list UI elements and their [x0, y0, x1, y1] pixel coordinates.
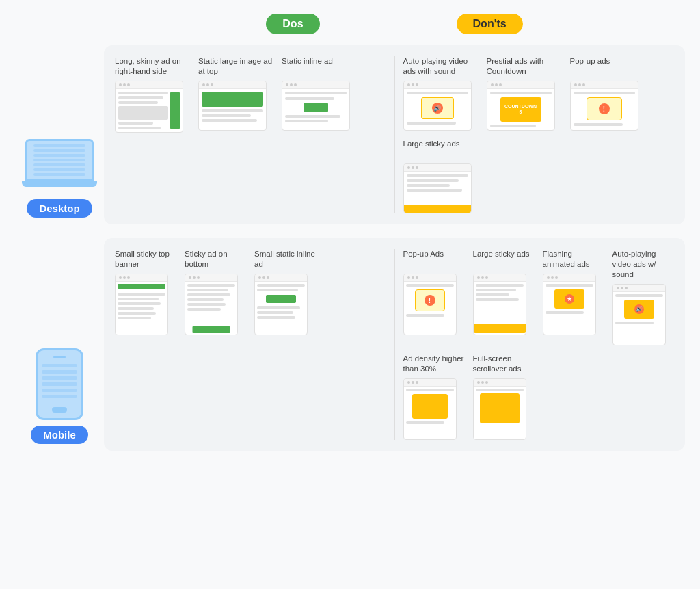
countdown-text: COUNTDOWN5	[504, 104, 537, 116]
text-line	[257, 306, 300, 309]
text-line	[187, 293, 230, 296]
dot	[262, 276, 265, 279]
text-line	[407, 92, 468, 94]
desktop-label: Desktop	[27, 199, 92, 218]
desktop-section: Desktop Long, skinny ad on right-hand si…	[15, 45, 685, 224]
sound-icon-mobile: 🔊	[634, 304, 644, 314]
countdown-ad-box: COUNTDOWN5	[500, 97, 541, 122]
mobile-dont-density: Ad density higher than 30%	[403, 354, 465, 440]
dot	[574, 83, 577, 86]
dot	[481, 381, 484, 384]
browser-content	[474, 282, 526, 333]
browser-large-sticky	[403, 163, 472, 213]
dot	[582, 83, 585, 86]
warning-icon: !	[599, 103, 610, 114]
browser-mobile-autovideo: 🔊	[612, 284, 666, 345]
dot	[495, 83, 498, 86]
text-line	[187, 303, 226, 306]
browser-mobile-density	[403, 378, 457, 440]
browser-bar	[613, 285, 665, 292]
image-block	[118, 106, 168, 120]
dot	[127, 83, 130, 86]
desktop-dont-large-sticky: Large sticky ads	[403, 139, 479, 213]
text-line	[118, 92, 168, 94]
screen-line	[33, 144, 85, 147]
text-line	[407, 179, 459, 182]
dot	[551, 276, 554, 279]
desktop-device-col: Desktop	[15, 45, 104, 224]
text-line	[118, 293, 165, 296]
dot	[617, 287, 619, 289]
dot	[189, 276, 191, 279]
text-line	[118, 317, 151, 319]
browser-bar	[474, 379, 526, 387]
desktop-dos-static-large-label: Static large image ad at top	[198, 56, 273, 77]
phone-line	[42, 364, 77, 367]
mobile-dos-sticky-bottom-label: Sticky ad on bottom	[185, 249, 246, 270]
dot	[481, 276, 484, 279]
mobile-dos-small-inline: Small static inline ad	[254, 249, 316, 335]
browser-content	[116, 282, 167, 333]
video-mobile-ad: 🔊	[624, 300, 654, 319]
laptop-base	[22, 181, 97, 187]
browser-content: ★	[543, 282, 595, 333]
desktop-dos-long-skinny: Long, skinny ad on right-hand side	[115, 56, 190, 213]
mobile-donts-area: Pop-up Ads !	[395, 249, 675, 440]
browser-mobile-sticky-bottom	[185, 274, 238, 335]
dot	[491, 83, 494, 86]
laptop-icon	[22, 139, 97, 194]
fullscreen-ad	[480, 393, 520, 423]
dot	[127, 276, 130, 279]
desktop-dos-static-inline-label: Static inline ad	[282, 56, 333, 77]
phone-line	[42, 376, 77, 380]
dot	[499, 83, 502, 86]
browser-bar	[404, 164, 471, 172]
browser-bar	[543, 274, 595, 282]
mobile-dont-fullscreen-label: Full-screen scrollover ads	[473, 354, 535, 374]
dot	[294, 83, 297, 86]
dot	[485, 276, 488, 279]
large-sticky-mobile-ad	[474, 324, 526, 333]
phone-line	[42, 395, 77, 398]
browser-bar	[116, 81, 183, 89]
mobile-dont-flashing-label: Flashing animated ads	[543, 249, 604, 270]
dot	[621, 287, 623, 289]
text-line	[118, 302, 161, 305]
browser-bar	[185, 274, 237, 282]
text-line	[285, 97, 334, 100]
desktop-dos-long-skinny-label: Long, skinny ad on right-hand side	[115, 56, 190, 77]
dot	[547, 276, 550, 279]
desktop-dos-area: Long, skinny ad on right-hand side	[115, 56, 395, 213]
dot	[193, 276, 196, 279]
text-line	[257, 316, 295, 319]
text-line	[118, 122, 153, 125]
sound-icon: 🔊	[432, 103, 443, 114]
browser-mobile-popup: !	[403, 274, 457, 335]
donts-badge: Don'ts	[457, 14, 523, 34]
text-line	[407, 184, 450, 187]
desktop-dont-large-sticky-label: Large sticky ads	[403, 139, 460, 159]
header-row: Dos Don'ts	[15, 14, 685, 34]
mobile-section: Mobile Small sticky top banner	[15, 238, 685, 451]
popup-ad-mobile: !	[415, 289, 445, 311]
text-line	[118, 127, 161, 129]
browser-bar	[404, 379, 456, 387]
phone-line	[42, 382, 77, 386]
inline-ad-mobile	[266, 295, 296, 303]
browser-prestial: COUNTDOWN5	[487, 81, 555, 131]
text-line	[490, 92, 552, 94]
dot	[407, 83, 410, 86]
dot	[211, 83, 213, 86]
browser-content	[282, 89, 349, 130]
dot	[555, 276, 558, 279]
text-line	[187, 308, 221, 311]
phone-line	[42, 389, 77, 392]
text-line	[187, 284, 235, 287]
phone-button	[52, 407, 67, 413]
text-line	[476, 284, 524, 287]
screen-line	[33, 173, 85, 176]
desktop-donts-area: Auto-playing video ads with sound 🔊	[395, 56, 675, 213]
screen-line	[33, 149, 85, 152]
desktop-dont-autovideo: Auto-playing video ads with sound 🔊	[403, 56, 479, 131]
screen-line	[33, 159, 85, 161]
